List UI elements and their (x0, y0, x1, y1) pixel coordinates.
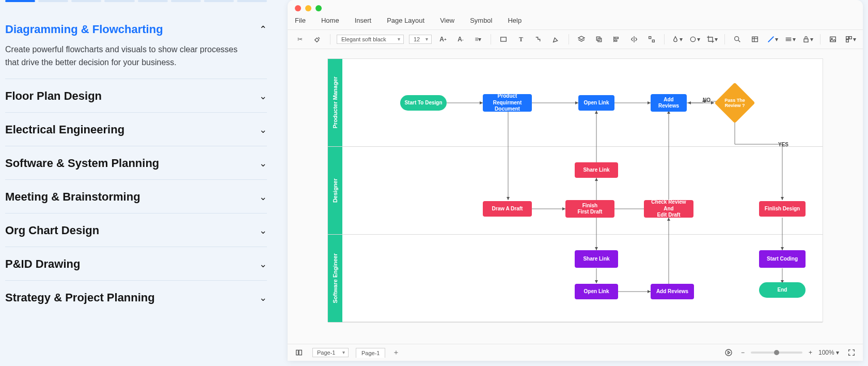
menu-home[interactable]: Home (321, 17, 339, 24)
menu-insert[interactable]: Insert (355, 17, 372, 24)
node-start-coding[interactable]: Start Coding (759, 250, 806, 268)
node-add-reviews-eng[interactable]: Add Reviews (651, 284, 694, 299)
accordion-item-diagramming[interactable]: Diagramming & Flowcharting ⌃ Create powe… (5, 12, 267, 79)
accordion-title: Software & System Planning (5, 157, 159, 170)
node-open-link-eng[interactable]: Open Link (575, 284, 618, 299)
accordion-item-floor-plan[interactable]: Floor Plan Design ⌄ (5, 79, 267, 113)
fullscreen-icon[interactable] (845, 346, 858, 359)
svg-rect-6 (652, 40, 654, 42)
minimize-window-icon[interactable] (305, 5, 311, 11)
group-icon[interactable] (593, 33, 605, 45)
node-draw-draft[interactable]: Draw A Draft (483, 201, 532, 217)
font-select[interactable]: Elegant soft black (337, 35, 404, 44)
svg-rect-10 (804, 39, 808, 42)
flip-icon[interactable] (628, 33, 640, 45)
menu-help[interactable]: Help (508, 17, 522, 24)
svg-rect-17 (299, 350, 302, 355)
menu-page-layout[interactable]: Page Layout (387, 17, 424, 24)
presentation-icon[interactable] (722, 346, 735, 359)
edge-label-no: NO (703, 97, 711, 103)
distribute-icon[interactable] (645, 33, 658, 45)
lane-label-pm: Producter Manager (328, 59, 342, 146)
increase-font-icon[interactable]: A+ (437, 33, 449, 45)
chevron-down-icon: ⌄ (259, 158, 267, 169)
pages-panel-icon[interactable] (293, 346, 305, 359)
swimlane-diagram[interactable]: Producter Manager Designer Software Engi… (327, 58, 823, 322)
svg-rect-3 (615, 37, 619, 39)
node-share-link-designer[interactable]: Share Link (575, 162, 618, 178)
status-bar: Page-1 Page-1 ＋ − + 100% ▾ (288, 344, 863, 361)
accordion-item-electrical[interactable]: Electrical Engineering ⌄ (5, 113, 267, 146)
rectangle-tool-icon[interactable] (497, 33, 510, 45)
accordion-item-pid[interactable]: P&ID Drawing ⌄ (5, 247, 267, 281)
node-finish-design[interactable]: Finlish Design (759, 201, 806, 217)
zoom-out-button[interactable]: − (741, 349, 745, 356)
add-page-button[interactable]: ＋ (392, 348, 400, 357)
align-icon[interactable]: ≡▾ (472, 33, 484, 45)
search-icon[interactable] (731, 33, 744, 45)
text-tool-icon[interactable]: T (515, 33, 527, 45)
node-requirement-doc[interactable]: Product RequirmentDocument (483, 94, 532, 112)
svg-rect-9 (752, 37, 758, 41)
pen-tool-icon[interactable] (550, 33, 562, 45)
menu-symbol[interactable]: Symbol (470, 17, 492, 24)
menu-view[interactable]: View (440, 17, 454, 24)
shape-style-icon[interactable]: ▾ (688, 33, 701, 45)
accordion-item-org-chart[interactable]: Org Chart Design ⌄ (5, 213, 267, 247)
image-icon[interactable] (827, 33, 839, 45)
svg-rect-5 (649, 37, 651, 39)
align-objects-icon[interactable] (610, 33, 623, 45)
layout-grid-icon[interactable]: ▾ (844, 33, 857, 45)
node-add-reviews-pm[interactable]: AddReviews (651, 94, 687, 112)
node-check-review[interactable]: Check Review AndEdit Draft (644, 200, 693, 218)
edge-label-yes: YES (778, 142, 788, 147)
node-decision[interactable]: Pass TheReview ? (714, 82, 755, 123)
connector-tool-icon[interactable] (532, 33, 545, 45)
node-start[interactable]: Start To Design (400, 95, 447, 111)
node-end[interactable]: End (759, 282, 806, 298)
chevron-down-icon: ⌄ (259, 90, 267, 102)
node-finish-first-draft[interactable]: FinishFirst Draft (565, 200, 614, 218)
maximize-window-icon[interactable] (315, 5, 322, 11)
accordion-item-meeting[interactable]: Meeting & Brainstorming ⌄ (5, 180, 267, 213)
svg-rect-15 (846, 40, 849, 42)
svg-rect-13 (846, 37, 849, 39)
canvas-area[interactable]: Producter Manager Designer Software Engi… (288, 49, 863, 344)
paint-format-icon[interactable] (311, 33, 324, 45)
chevron-up-icon: ⌃ (259, 24, 267, 35)
line-color-icon[interactable]: ▾ (766, 33, 779, 45)
chevron-down-icon: ⌄ (259, 225, 267, 236)
page-tab[interactable]: Page-1 (356, 348, 385, 358)
menu-file[interactable]: File (295, 17, 306, 24)
svg-rect-14 (849, 37, 852, 39)
lock-icon[interactable]: ▾ (801, 33, 814, 45)
layers-icon[interactable] (575, 33, 588, 45)
zoom-value[interactable]: 100% ▾ (818, 349, 839, 356)
chevron-down-icon: ⌄ (259, 191, 267, 203)
crop-icon[interactable]: ▾ (706, 33, 718, 45)
menu-bar: File Home Insert Page Layout View Symbol… (288, 14, 863, 30)
app-window: File Home Insert Page Layout View Symbol… (288, 0, 863, 361)
chevron-down-icon: ⌄ (259, 124, 267, 135)
node-open-link-pm[interactable]: Open Link (578, 95, 614, 111)
svg-point-7 (690, 37, 695, 41)
close-window-icon[interactable] (295, 5, 301, 11)
accordion-title: Floor Plan Design (5, 89, 102, 103)
zoom-in-button[interactable]: + (809, 349, 812, 356)
progress-bar (5, 0, 267, 2)
accordion-item-software-planning[interactable]: Software & System Planning ⌄ (5, 146, 267, 180)
zoom-slider[interactable] (751, 352, 802, 354)
table-icon[interactable] (749, 33, 761, 45)
node-share-link-eng[interactable]: Share Link (575, 250, 618, 268)
line-style-icon[interactable]: ▾ (784, 33, 796, 45)
decrease-font-icon[interactable]: A- (454, 33, 467, 45)
fill-color-icon[interactable]: ▾ (671, 33, 683, 45)
font-size-select[interactable]: 12 (409, 35, 432, 44)
svg-point-18 (725, 349, 732, 356)
window-traffic-lights (288, 0, 863, 14)
cut-icon[interactable]: ✂ (294, 33, 306, 45)
accordion-item-strategy[interactable]: Strategy & Project Planning ⌄ (5, 281, 267, 314)
page-select[interactable]: Page-1 (312, 348, 349, 357)
chevron-down-icon: ⌄ (259, 258, 267, 270)
accordion-title: Org Chart Design (5, 224, 99, 237)
